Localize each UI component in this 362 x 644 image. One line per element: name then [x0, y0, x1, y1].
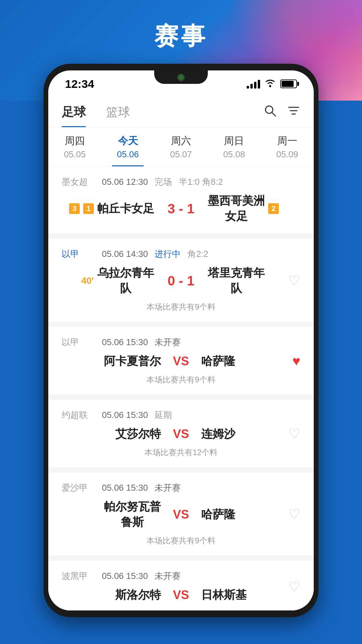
live-time: 40' — [81, 275, 94, 286]
day-tab-thu[interactable]: 周四 05.05 — [48, 127, 101, 166]
home-team-name: 斯洛尔特 — [115, 587, 161, 603]
match-corner: 角2:2 — [187, 248, 208, 260]
match-row: 阿卡夏普尔 VS 哈萨隆 — [62, 354, 300, 369]
search-icon[interactable] — [263, 104, 277, 120]
match-meta: 以甲 05.06 15:30 未开赛 — [62, 336, 300, 348]
favorite-button[interactable]: ♡ — [288, 273, 300, 288]
match-tip: 本场比赛共有9个料 — [62, 302, 300, 312]
away-team: 日林斯基 — [201, 587, 300, 603]
match-meta: 以甲 05.06 14:30 进行中 角2:2 — [62, 248, 300, 260]
match-meta: 爱沙甲 05.06 15:30 未开赛 — [62, 482, 300, 494]
match-meta: 墨女超 05.06 12:30 完场 半1:0 角8:2 — [62, 176, 300, 188]
match-row: 帕尔努瓦普鲁斯 VS 哈萨隆 — [62, 499, 300, 530]
camera-dot — [178, 74, 184, 80]
home-team: 斯洛尔特 — [62, 587, 161, 603]
league-name: 以甲 — [62, 248, 95, 260]
nav-tabs: 足球 篮球 — [62, 104, 263, 127]
match-status: 未开赛 — [155, 570, 181, 582]
day-tab-sun[interactable]: 周日 05.08 — [207, 127, 260, 166]
away-team-name: 连姆沙 — [201, 426, 235, 442]
home-rank2: 1 — [83, 203, 94, 214]
phone-screen: 12:34 — [48, 70, 314, 610]
match-card[interactable]: 以甲 05.06 14:30 进行中 角2:2 40' 乌拉尔青年队 0 - 1… — [48, 239, 314, 322]
home-team: 40' 乌拉尔青年队 — [62, 265, 154, 296]
match-row: 斯洛尔特 VS 日林斯基 — [62, 587, 300, 603]
away-team: 连姆沙 — [201, 426, 300, 442]
nav-icons — [263, 104, 300, 127]
match-status: 进行中 — [155, 248, 181, 260]
home-team: 艾莎尔特 — [62, 426, 161, 442]
match-card[interactable]: 以甲 05.06 15:30 未开赛 阿卡夏普尔 VS 哈萨隆 本场比赛共有9个… — [48, 327, 314, 394]
away-team-name: 墨西哥美洲女足 — [208, 193, 265, 224]
match-list: 墨女超 05.06 12:30 完场 半1:0 角8:2 3 1 帕丘卡女足 3… — [48, 167, 314, 610]
home-team-name: 乌拉尔青年队 — [97, 265, 154, 296]
home-team-name: 帕尔努瓦普鲁斯 — [104, 499, 161, 530]
favorite-button[interactable]: ♥ — [292, 353, 300, 368]
match-card[interactable]: 约超联 05.06 15:30 延期 艾莎尔特 VS 连姆沙 本场比赛共有12个… — [48, 400, 314, 467]
favorite-button[interactable]: ♡ — [288, 579, 300, 594]
status-time: 12:34 — [65, 77, 94, 91]
day-tab-today[interactable]: 今天 05.06 — [101, 127, 154, 166]
top-nav: 足球 篮球 — [48, 97, 314, 127]
vs-label: VS — [161, 354, 201, 368]
match-time: 05.06 15:30 — [102, 337, 148, 347]
match-tip: 本场比赛共有9个料 — [62, 535, 300, 546]
league-name: 波黑甲 — [62, 570, 95, 582]
away-team-name: 哈萨隆 — [201, 354, 235, 369]
away-team: 墨西哥美洲女足 2 — [208, 193, 300, 224]
favorite-button[interactable]: ♡ — [288, 506, 300, 522]
away-team-name: 塔里克青年队 — [208, 265, 265, 296]
match-status: 延期 — [155, 409, 172, 421]
match-meta: 波黑甲 05.06 15:30 未开赛 — [62, 570, 300, 582]
home-team: 阿卡夏普尔 — [62, 354, 161, 369]
day-tab-mon[interactable]: 周一 05.09 — [261, 127, 314, 166]
home-team-name: 艾莎尔特 — [115, 426, 161, 442]
home-team-name: 帕丘卡女足 — [97, 201, 154, 216]
app-content: 足球 篮球 — [48, 97, 314, 610]
match-row: 艾莎尔特 VS 连姆沙 — [62, 426, 300, 442]
home-team: 3 1 帕丘卡女足 — [62, 201, 154, 216]
notch — [154, 70, 208, 84]
home-rank1: 3 — [69, 203, 80, 214]
battery-icon — [280, 79, 297, 88]
match-status: 未开赛 — [155, 482, 181, 494]
away-rank: 2 — [268, 203, 279, 214]
match-time: 05.06 15:30 — [102, 410, 148, 420]
league-name: 墨女超 — [62, 176, 95, 188]
away-team: 哈萨隆 — [201, 354, 300, 369]
league-name: 爱沙甲 — [62, 482, 95, 494]
away-team-name: 哈萨隆 — [201, 507, 235, 522]
tab-soccer[interactable]: 足球 — [62, 104, 86, 127]
signal-icon — [247, 79, 260, 89]
favorite-button[interactable]: ♡ — [288, 426, 300, 441]
wifi-icon — [265, 78, 276, 90]
svg-point-0 — [269, 85, 271, 87]
vs-label: VS — [161, 507, 201, 522]
tab-basketball[interactable]: 篮球 — [106, 104, 130, 127]
match-card[interactable]: 爱沙甲 05.06 15:30 未开赛 帕尔努瓦普鲁斯 VS 哈萨隆 本场比赛共… — [48, 473, 314, 555]
day-tabs: 周四 05.05 今天 05.06 周六 05.07 周日 05.08 周一 — [48, 127, 314, 167]
away-team-name: 日林斯基 — [201, 587, 247, 603]
match-time: 05.06 15:30 — [102, 571, 148, 581]
match-status: 未开赛 — [155, 336, 181, 348]
filter-icon[interactable] — [287, 104, 300, 120]
vs-label: VS — [161, 427, 201, 441]
match-score: 3 - 1 — [154, 201, 208, 216]
match-status: 完场 — [155, 176, 172, 188]
match-card[interactable]: 波黑甲 05.06 15:30 未开赛 斯洛尔特 VS 日林斯基 ♡ — [48, 561, 314, 610]
match-time: 05.06 12:30 — [102, 177, 148, 187]
match-time: 05.06 14:30 — [102, 249, 148, 259]
status-icons — [247, 78, 297, 90]
page-title: 赛事 — [0, 20, 362, 52]
home-team: 帕尔努瓦普鲁斯 — [62, 499, 161, 530]
match-score: 0 - 1 — [154, 273, 208, 288]
match-corner: 半1:0 角8:2 — [179, 176, 223, 188]
match-time: 05.06 15:30 — [102, 483, 148, 493]
league-name: 以甲 — [62, 336, 95, 348]
match-tip: 本场比赛共有9个料 — [62, 374, 300, 385]
svg-line-2 — [272, 112, 276, 116]
match-row: 3 1 帕丘卡女足 3 - 1 墨西哥美洲女足 2 — [62, 193, 300, 224]
day-tab-sat[interactable]: 周六 05.07 — [155, 127, 207, 166]
match-card[interactable]: 墨女超 05.06 12:30 完场 半1:0 角8:2 3 1 帕丘卡女足 3… — [48, 167, 314, 233]
match-tip: 本场比赛共有12个料 — [62, 447, 300, 458]
